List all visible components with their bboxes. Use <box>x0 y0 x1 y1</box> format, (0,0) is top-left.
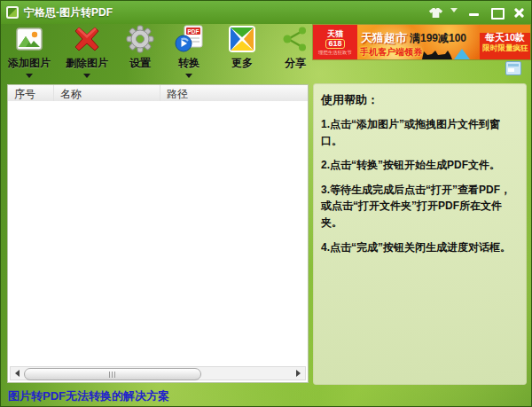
file-list-panel: 序号 名称 路径 <box>7 84 309 383</box>
help-step-4: 4.点击“完成”按钮关闭生成进度对话框。 <box>321 239 519 256</box>
convert-dropdown-icon[interactable] <box>185 74 192 78</box>
tool-label: 设置 <box>129 56 151 71</box>
file-list-header: 序号 名称 路径 <box>8 85 308 102</box>
convert-button[interactable]: PDF 转换 <box>168 25 209 80</box>
delete-images-dropdown-icon[interactable] <box>83 74 90 78</box>
tool-label: 删除图片 <box>66 56 108 71</box>
ad-triangle-decor <box>454 49 470 59</box>
status-help-link[interactable]: 图片转PDF无法转换的解决方案 <box>8 388 169 404</box>
add-image-icon <box>15 25 43 53</box>
help-step-1: 1.点击“添加图片”或拖拽图片文件到窗口。 <box>321 116 519 149</box>
app-window: 宁格思-图片转PDF 添加图片 <box>0 0 532 407</box>
delete-image-icon <box>73 25 101 53</box>
svg-text:PDF: PDF <box>188 28 200 35</box>
tool-label: 分享 <box>285 56 306 71</box>
file-list-body[interactable] <box>8 101 308 366</box>
help-step-3: 3.等待生成完成后点击“打开”查看PDF，或点击“打开文件夹”打开PDF所在文件… <box>321 182 519 231</box>
column-header-path[interactable]: 路径 <box>160 85 308 101</box>
ad-promo: 满199减100 <box>410 31 466 46</box>
share-button[interactable]: 分享 <box>275 25 316 80</box>
help-panel: 使用帮助： 1.点击“添加图片”或拖拽图片文件到窗口。 2.点击“转换”按钮开始… <box>313 83 527 385</box>
scrollbar-thumb[interactable] <box>24 368 201 380</box>
share-icon <box>281 25 309 53</box>
close-button[interactable] <box>512 6 526 19</box>
ad-headline: 天猫超市 <box>361 30 407 46</box>
horizontal-scrollbar[interactable] <box>10 366 306 380</box>
help-step-2: 2.点击“转换”按钮开始生成PDF文件。 <box>321 157 519 174</box>
tmall-cat-icon <box>420 50 452 59</box>
ad-tmall-slogan: 理想生活狂欢节 <box>318 50 352 55</box>
ad-618-badge: 618 <box>325 39 344 49</box>
more-button[interactable]: 更多 <box>217 25 267 80</box>
ad-coupon-text: 手机客户端领券 <box>360 46 422 59</box>
window-title: 宁格思-图片转PDF <box>24 5 113 20</box>
ad-window-icon[interactable] <box>505 61 521 75</box>
minimize-button[interactable] <box>467 6 481 19</box>
add-images-dropdown-icon[interactable] <box>26 74 33 78</box>
app-icon <box>6 6 19 19</box>
ad-tmall-name: 天猫 <box>327 29 343 38</box>
more-pinwheel-icon <box>228 25 256 53</box>
ad-tmall-badge: 天猫 618 理想生活狂欢节 <box>313 25 357 59</box>
skin-shirt-icon[interactable] <box>428 6 442 19</box>
column-header-name[interactable]: 名称 <box>54 85 160 101</box>
maximize-button[interactable] <box>489 6 504 19</box>
ad-offer-line2: 限时限量疯狂 <box>482 43 528 52</box>
titlebar: 宁格思-图片转PDF <box>1 1 531 24</box>
ad-offer-line1: 每天10款 <box>485 32 525 43</box>
tool-label: 更多 <box>231 56 253 71</box>
column-header-index[interactable]: 序号 <box>8 85 54 101</box>
delete-images-button[interactable]: 删除图片 <box>62 25 112 80</box>
ad-right-offer: 每天10款 限时限量疯狂 <box>480 25 530 59</box>
ad-banner[interactable]: 天猫 618 理想生活狂欢节 天猫超市 满199减100 手机客户端领券 每天1… <box>313 25 530 59</box>
titlebar-controls <box>428 6 526 19</box>
add-images-button[interactable]: 添加图片 <box>4 25 54 80</box>
settings-button[interactable]: 设置 <box>120 25 160 80</box>
toolbar: 添加图片 删除图片 <box>4 25 316 80</box>
scrollbar-grip-icon <box>109 372 116 378</box>
scroll-right-arrow-icon[interactable] <box>292 367 305 380</box>
skin-dropdown-icon[interactable] <box>450 6 459 19</box>
settings-gear-icon <box>126 25 154 53</box>
convert-to-pdf-icon: PDF <box>175 25 203 53</box>
tool-label: 添加图片 <box>8 56 51 71</box>
ad-middle: 天猫超市 满199减100 手机客户端领券 <box>357 25 480 59</box>
help-title: 使用帮助： <box>321 92 519 108</box>
scroll-left-arrow-icon[interactable] <box>11 367 24 380</box>
tool-label: 转换 <box>178 56 200 71</box>
